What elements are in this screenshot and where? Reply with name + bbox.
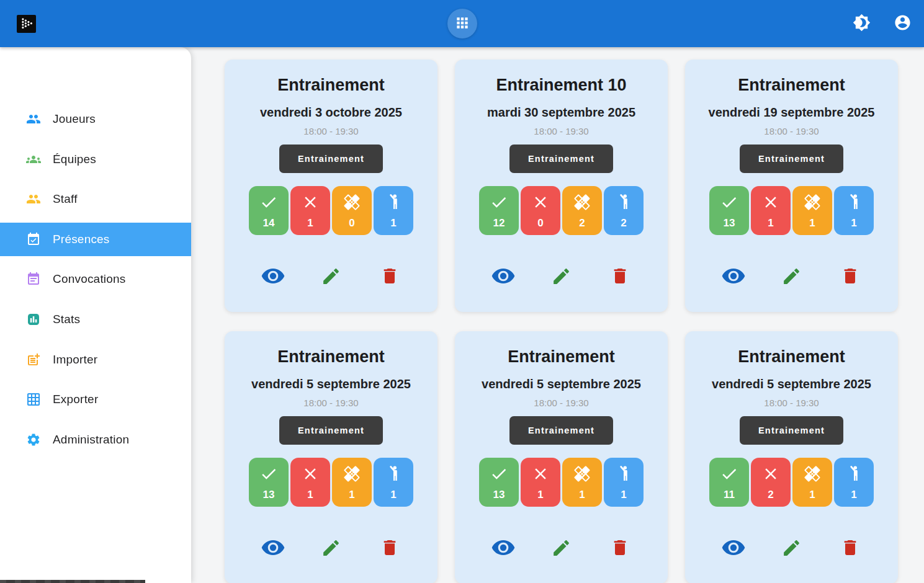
delete-button[interactable]	[608, 264, 632, 288]
card-date: vendredi 5 septembre 2025	[225, 377, 437, 391]
raised-hand-icon	[614, 465, 633, 483]
app-logo[interactable]	[17, 15, 36, 33]
delete-button[interactable]	[608, 535, 632, 560]
theme-toggle-button[interactable]	[852, 14, 871, 33]
card-title: Entrainement	[685, 347, 898, 367]
view-button[interactable]	[261, 264, 285, 288]
cross-icon	[301, 465, 320, 483]
stat-absent-box: 1	[751, 186, 791, 235]
sidebar-item-equipes[interactable]: Équipes	[0, 143, 191, 176]
stat-absent-count: 0	[537, 217, 543, 229]
import-note-icon	[26, 352, 41, 367]
stat-injured-box: 1	[792, 186, 832, 235]
stat-absent-box: 2	[751, 458, 791, 507]
card-date: vendredi 3 octobre 2025	[225, 105, 437, 119]
sidebar-item-label: Présences	[53, 233, 110, 246]
gear-icon	[26, 432, 41, 447]
apps-button[interactable]	[447, 9, 477, 38]
stat-present-count: 14	[263, 217, 275, 229]
card-title: Entrainement	[685, 76, 898, 95]
app-logo-icon	[18, 14, 35, 33]
sidebar-item-stats[interactable]: Stats	[0, 303, 191, 336]
sidebar-item-staff[interactable]: Staff	[0, 182, 191, 216]
attendance-stats: 13 1 1 1	[455, 458, 668, 507]
taskbar-sliver	[0, 580, 145, 583]
stat-injured-box: 1	[792, 458, 832, 507]
sidebar-item-importer[interactable]: Importer	[0, 343, 191, 376]
card-time: 18:00 - 19:30	[685, 127, 898, 136]
stat-injured-count: 2	[579, 217, 585, 229]
delete-button[interactable]	[838, 535, 862, 560]
top-app-bar	[0, 0, 924, 47]
table-grid-icon	[26, 392, 41, 407]
stat-injured-box: 1	[332, 458, 372, 507]
players-icon	[26, 112, 41, 127]
sidebar-item-convocations[interactable]: Convocations	[0, 262, 191, 296]
stat-present-box: 11	[709, 458, 749, 507]
eye-icon	[261, 535, 285, 560]
check-icon	[490, 193, 508, 211]
bar-chart-icon	[26, 312, 41, 327]
bandage-icon	[803, 193, 822, 211]
stat-excused-box: 1	[374, 186, 413, 235]
stat-excused-count: 1	[851, 489, 856, 501]
stat-absent-count: 1	[537, 489, 543, 501]
sidebar-item-label: Joueurs	[53, 112, 96, 126]
stat-present-box: 13	[709, 186, 749, 235]
card-actions	[685, 535, 898, 560]
stat-present-count: 13	[493, 489, 505, 501]
sidebar-item-label: Convocations	[53, 272, 126, 286]
raised-hand-icon	[384, 465, 403, 483]
account-button[interactable]	[893, 14, 912, 33]
stat-absent-count: 1	[307, 217, 313, 229]
card-actions	[225, 535, 437, 560]
delete-button[interactable]	[378, 264, 401, 288]
eye-icon	[721, 535, 746, 560]
attendance-stats: 12 0 2 2	[455, 186, 668, 235]
stat-injured-count: 0	[349, 217, 354, 229]
cross-icon	[301, 193, 320, 211]
stat-absent-box: 1	[290, 186, 330, 235]
view-button[interactable]	[722, 535, 745, 560]
session-type-chip: Entrainement	[279, 416, 383, 445]
teams-icon	[26, 152, 41, 167]
view-button[interactable]	[491, 264, 515, 288]
topbar-actions	[852, 0, 912, 47]
trash-icon	[840, 538, 860, 558]
sidebar-item-presences[interactable]: Présences	[0, 223, 191, 256]
view-button[interactable]	[261, 535, 285, 560]
edit-button[interactable]	[780, 535, 804, 560]
edit-button[interactable]	[320, 264, 343, 288]
edit-button[interactable]	[550, 264, 573, 288]
edit-button[interactable]	[320, 535, 343, 560]
card-actions	[455, 264, 668, 288]
bandage-icon	[573, 465, 591, 483]
session-card: Entrainement 10 mardi 30 septembre 2025 …	[455, 60, 668, 312]
edit-button[interactable]	[780, 264, 804, 288]
sidebar-nav: Joueurs Équipes Staff Présences Convocat…	[0, 102, 191, 456]
sidebar-item-administration[interactable]: Administration	[0, 423, 191, 456]
delete-button[interactable]	[378, 535, 401, 560]
sidebar-item-label: Staff	[53, 192, 78, 206]
delete-button[interactable]	[838, 264, 862, 288]
stat-excused-box: 1	[834, 458, 874, 507]
view-button[interactable]	[491, 535, 515, 560]
sidebar-item-joueurs[interactable]: Joueurs	[0, 102, 191, 136]
stat-present-count: 13	[263, 489, 275, 501]
calendar-check-icon	[26, 232, 41, 247]
attendance-stats: 13 1 1 1	[685, 186, 898, 235]
attendance-stats: 13 1 1 1	[225, 458, 437, 507]
edit-button[interactable]	[550, 535, 573, 560]
session-card: Entrainement vendredi 5 septembre 2025 1…	[685, 331, 898, 583]
main-content: Entrainement vendredi 3 octobre 2025 18:…	[191, 47, 924, 583]
stat-excused-box: 1	[834, 186, 874, 235]
raised-hand-icon	[384, 193, 403, 211]
bandage-icon	[803, 465, 822, 483]
sidebar-item-label: Équipes	[53, 153, 96, 166]
view-button[interactable]	[722, 264, 745, 288]
sidebar-item-exporter[interactable]: Exporter	[0, 383, 191, 416]
trash-icon	[380, 266, 400, 286]
stat-excused-box: 1	[374, 458, 413, 507]
session-type-chip: Entrainement	[740, 416, 843, 445]
trash-icon	[380, 538, 400, 558]
